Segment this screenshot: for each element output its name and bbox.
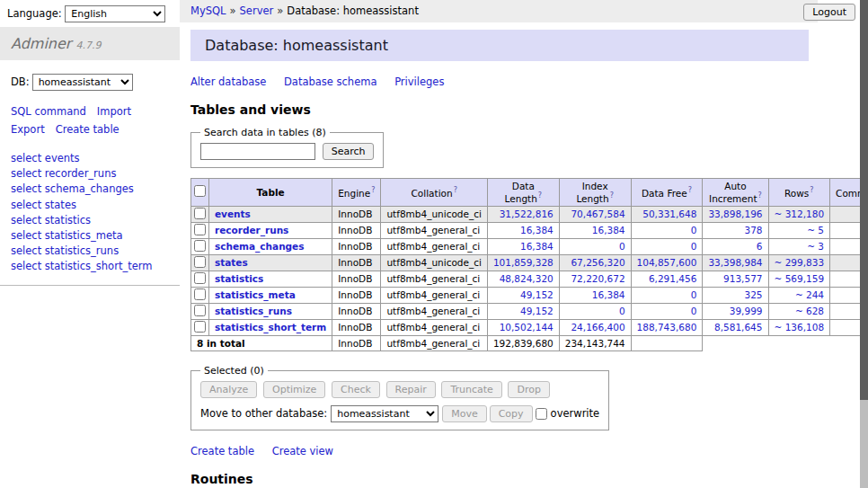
data-free-link[interactable]: 0: [691, 289, 697, 300]
help-icon[interactable]: ?: [688, 186, 692, 194]
auto-increment-link[interactable]: 8,581,645: [714, 322, 762, 333]
help-icon[interactable]: ?: [610, 191, 614, 200]
sidebar-link-sql-command[interactable]: SQL command: [11, 105, 86, 118]
drop-button[interactable]: Drop: [508, 381, 549, 398]
auto-increment-link[interactable]: 913,577: [723, 273, 762, 284]
row-checkbox[interactable]: [194, 256, 206, 268]
data-free-link[interactable]: 50,331,648: [642, 209, 696, 219]
sidebar-item-select-events[interactable]: select events: [11, 151, 169, 166]
breadcrumb-link-server[interactable]: Server: [240, 4, 274, 17]
rows-count-link[interactable]: ~ 299,833: [775, 257, 825, 268]
data-free-link[interactable]: 0: [691, 241, 697, 252]
overwrite-checkbox[interactable]: [536, 408, 547, 420]
copy-button[interactable]: Copy: [490, 405, 533, 422]
table-name-link[interactable]: statistics_runs: [215, 306, 292, 316]
row-checkbox[interactable]: [194, 224, 206, 235]
analyze-button[interactable]: Analyze: [200, 381, 257, 398]
data-length-link[interactable]: 49,152: [520, 306, 554, 316]
index-length-link[interactable]: 0: [619, 306, 625, 316]
table-name-link[interactable]: statistics_meta: [215, 289, 296, 300]
sidebar-item-select-schema-changes[interactable]: select schema_changes: [11, 182, 169, 197]
index-length-link[interactable]: 0: [619, 241, 625, 252]
overwrite-label[interactable]: overwrite: [551, 407, 600, 420]
language-select[interactable]: English: [65, 5, 165, 22]
sidebar-item-select-statistics[interactable]: select statistics: [11, 213, 169, 228]
auto-increment-link[interactable]: 325: [744, 289, 762, 300]
data-free-link[interactable]: 188,743,680: [637, 322, 697, 333]
sidebar-item-select-statistics-runs[interactable]: select statistics_runs: [11, 244, 169, 259]
repair-button[interactable]: Repair: [386, 381, 436, 398]
data-length-link[interactable]: 16,384: [520, 225, 554, 235]
data-length-link[interactable]: 10,502,144: [500, 322, 554, 333]
row-checkbox[interactable]: [194, 240, 206, 252]
data-length-link[interactable]: 49,152: [520, 289, 554, 300]
sidebar-item-select-recorder-runs[interactable]: select recorder_runs: [11, 166, 169, 182]
scrollbar-thumb[interactable]: [860, 0, 868, 400]
index-length-link[interactable]: 72,220,672: [571, 273, 624, 284]
move-database-select[interactable]: homeassistant: [331, 405, 438, 422]
index-length-link[interactable]: 16,384: [592, 289, 625, 300]
data-length-link[interactable]: 101,859,328: [493, 257, 554, 268]
table-name-link[interactable]: statistics: [215, 273, 263, 284]
auto-increment-link[interactable]: 39,999: [730, 306, 763, 316]
sidebar-item-select-statistics-meta[interactable]: select statistics_meta: [11, 228, 169, 244]
help-icon[interactable]: ?: [810, 186, 813, 194]
auto-increment-link[interactable]: 33,898,196: [708, 209, 762, 219]
data-length-link[interactable]: 31,522,816: [500, 209, 554, 219]
search-input[interactable]: [200, 143, 315, 160]
rows-count-link[interactable]: ~ 569,159: [775, 273, 825, 284]
help-icon[interactable]: ?: [758, 191, 762, 200]
check-button[interactable]: Check: [332, 381, 380, 398]
help-icon[interactable]: ?: [454, 186, 457, 194]
sidebar-link-create-table[interactable]: Create table: [56, 123, 120, 136]
vertical-scrollbar[interactable]: [860, 0, 868, 488]
select-all-checkbox[interactable]: [194, 185, 206, 197]
index-length-link[interactable]: 24,166,400: [571, 322, 624, 333]
logout-button[interactable]: Logout: [803, 4, 855, 21]
auto-increment-link[interactable]: 378: [744, 225, 762, 235]
table-name-link[interactable]: statistics_short_term: [215, 322, 326, 333]
create-table-link[interactable]: Create table: [190, 445, 254, 457]
index-length-link[interactable]: 70,467,584: [571, 209, 624, 219]
rows-count-link[interactable]: ~ 5: [807, 225, 824, 235]
rows-count-link[interactable]: ~ 244: [795, 289, 824, 300]
sidebar-item-select-statistics-short-term[interactable]: select statistics_short_term: [11, 259, 169, 274]
auto-increment-link[interactable]: 33,398,984: [708, 257, 762, 268]
row-checkbox[interactable]: [194, 272, 206, 284]
data-free-link[interactable]: 0: [691, 225, 697, 235]
row-checkbox[interactable]: [194, 305, 206, 316]
data-free-link[interactable]: 104,857,600: [637, 257, 697, 268]
index-length-link[interactable]: 67,256,320: [571, 257, 624, 268]
index-length-link[interactable]: 16,384: [592, 225, 625, 235]
data-free-link[interactable]: 0: [691, 306, 697, 316]
sidebar-link-import[interactable]: Import: [97, 105, 131, 118]
help-icon[interactable]: ?: [538, 191, 542, 200]
table-name-link[interactable]: events: [215, 209, 251, 219]
sidebar-item-select-states[interactable]: select states: [11, 198, 169, 213]
move-button[interactable]: Move: [442, 405, 487, 422]
data-length-link[interactable]: 16,384: [520, 241, 554, 252]
privileges-link[interactable]: Privileges: [394, 75, 444, 88]
rows-count-link[interactable]: ~ 136,108: [775, 322, 825, 333]
row-checkbox[interactable]: [194, 288, 206, 300]
rows-count-link[interactable]: ~ 628: [795, 306, 824, 316]
help-icon[interactable]: ?: [371, 186, 375, 194]
sidebar-link-export[interactable]: Export: [11, 123, 45, 136]
truncate-button[interactable]: Truncate: [441, 381, 501, 398]
data-length-link[interactable]: 48,824,320: [500, 273, 554, 284]
optimize-button[interactable]: Optimize: [263, 381, 325, 398]
auto-increment-link[interactable]: 6: [757, 241, 763, 252]
create-view-link[interactable]: Create view: [272, 445, 333, 457]
search-button[interactable]: Search: [323, 143, 375, 160]
table-name-link[interactable]: schema_changes: [215, 241, 305, 252]
row-checkbox[interactable]: [194, 208, 206, 219]
rows-count-link[interactable]: ~ 3: [807, 241, 824, 252]
table-name-link[interactable]: states: [215, 257, 248, 268]
table-name-link[interactable]: recorder_runs: [215, 225, 288, 235]
data-free-link[interactable]: 6,291,456: [649, 273, 696, 284]
db-select[interactable]: homeassistant: [32, 74, 133, 91]
database-schema-link[interactable]: Database schema: [284, 75, 376, 88]
rows-count-link[interactable]: ~ 312,180: [775, 209, 825, 219]
row-checkbox[interactable]: [194, 321, 206, 333]
breadcrumb-link-mysql[interactable]: MySQL: [190, 4, 226, 17]
